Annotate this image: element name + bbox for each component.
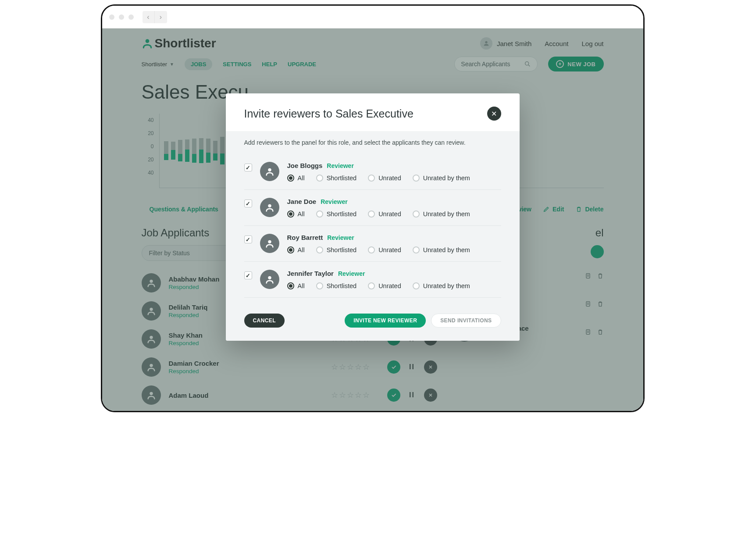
radio-label: Unrated: [378, 246, 401, 253]
radio-dot: [287, 175, 294, 182]
radio-label: Shortlisted: [327, 210, 357, 218]
radio-all[interactable]: All: [287, 210, 305, 218]
radio-dot: [316, 175, 323, 182]
radio-dot: [287, 282, 294, 289]
radio-unrated-by-them[interactable]: Unrated by them: [413, 282, 470, 289]
radio-label: Unrated: [378, 175, 401, 182]
radio-all[interactable]: All: [287, 282, 305, 289]
radio-label: Unrated by them: [423, 282, 470, 289]
svg-point-23: [268, 204, 271, 207]
radio-label: Unrated by them: [423, 210, 470, 218]
radio-unrated[interactable]: Unrated: [368, 246, 401, 253]
radio-dot: [316, 210, 323, 218]
reviewer-name: Roy Barrett: [287, 234, 323, 241]
radio-unrated-by-them[interactable]: Unrated by them: [413, 246, 470, 253]
radio-label: All: [298, 175, 305, 182]
reviewer-row: Jennifer TaylorReviewerAllShortlistedUnr…: [244, 262, 501, 298]
close-icon: ✕: [491, 110, 497, 118]
radio-dot: [368, 282, 375, 289]
radio-label: Unrated: [378, 282, 401, 289]
radio-unrated[interactable]: Unrated: [368, 210, 401, 218]
reviewer-row: Roy BarrettReviewerAllShortlistedUnrated…: [244, 226, 501, 262]
radio-dot: [287, 246, 294, 253]
send-invitations-button[interactable]: SEND INVITATIONS: [431, 314, 501, 328]
radio-dot: [413, 175, 420, 182]
radio-unrated-by-them[interactable]: Unrated by them: [413, 210, 470, 218]
radio-dot: [368, 246, 375, 253]
radio-shortlisted[interactable]: Shortlisted: [316, 175, 357, 182]
radio-label: Unrated by them: [423, 175, 470, 182]
radio-label: All: [298, 246, 305, 253]
radio-shortlisted[interactable]: Shortlisted: [316, 246, 357, 253]
reviewer-row: Jane DoeReviewerAllShortlistedUnratedUnr…: [244, 190, 501, 226]
close-button[interactable]: ✕: [487, 107, 501, 121]
reviewer-checkbox[interactable]: [244, 164, 252, 171]
svg-point-24: [268, 240, 271, 243]
radio-dot: [316, 282, 323, 289]
radio-shortlisted[interactable]: Shortlisted: [316, 282, 357, 289]
reviewer-name: Jane Doe: [287, 198, 317, 205]
modal-title: Invite reviewers to Sales Executive: [244, 107, 413, 120]
reviewer-checkbox[interactable]: [244, 235, 252, 243]
radio-unrated[interactable]: Unrated: [368, 175, 401, 182]
radio-dot: [413, 210, 420, 218]
cancel-label: CANCEL: [253, 317, 276, 324]
radio-label: All: [298, 210, 305, 218]
radio-label: Unrated by them: [423, 246, 470, 253]
reviewer-name: Jennifer Taylor: [287, 270, 334, 277]
reviewer-role: Reviewer: [327, 234, 354, 241]
modal-subtitle: Add reviewers to the panel for this role…: [226, 131, 520, 154]
radio-unrated[interactable]: Unrated: [368, 282, 401, 289]
radio-label: Shortlisted: [327, 282, 357, 289]
reviewer-role: Reviewer: [321, 198, 347, 205]
avatar-icon: [260, 270, 279, 289]
radio-dot: [413, 282, 420, 289]
reviewer-role: Reviewer: [338, 270, 365, 277]
invite-reviewers-modal: Invite reviewers to Sales Executive ✕ Ad…: [226, 93, 520, 341]
back-button[interactable]: ‹: [143, 11, 155, 23]
radio-label: All: [298, 282, 305, 289]
traffic-light: [128, 14, 134, 20]
reviewer-checkbox[interactable]: [244, 200, 252, 207]
browser-chrome: ‹ ›: [102, 6, 643, 29]
radio-dot: [316, 246, 323, 253]
traffic-light: [109, 14, 114, 20]
reviewer-role: Reviewer: [327, 162, 353, 169]
radio-label: Shortlisted: [327, 246, 357, 253]
radio-label: Shortlisted: [327, 175, 357, 182]
reviewer-row: Joe BloggsReviewerAllShortlistedUnratedU…: [244, 154, 501, 190]
avatar-icon: [260, 234, 279, 253]
radio-dot: [287, 210, 294, 218]
radio-all[interactable]: All: [287, 246, 305, 253]
svg-point-25: [268, 276, 271, 279]
send-label: SEND INVITATIONS: [440, 317, 492, 324]
avatar-icon: [260, 162, 279, 181]
radio-dot: [368, 175, 375, 182]
radio-label: Unrated: [378, 210, 401, 218]
radio-all[interactable]: All: [287, 175, 305, 182]
radio-unrated-by-them[interactable]: Unrated by them: [413, 175, 470, 182]
avatar-icon: [260, 198, 279, 217]
radio-dot: [413, 246, 420, 253]
traffic-light: [119, 14, 124, 20]
reviewer-name: Joe Bloggs: [287, 162, 323, 169]
svg-point-22: [268, 168, 271, 171]
reviewer-checkbox[interactable]: [244, 271, 252, 279]
cancel-button[interactable]: CANCEL: [244, 314, 285, 328]
invite-label: INVITE NEW REVIEWER: [353, 317, 417, 324]
radio-dot: [368, 210, 375, 218]
invite-new-reviewer-button[interactable]: INVITE NEW REVIEWER: [345, 314, 426, 328]
radio-shortlisted[interactable]: Shortlisted: [316, 210, 357, 218]
forward-button[interactable]: ›: [155, 11, 167, 23]
